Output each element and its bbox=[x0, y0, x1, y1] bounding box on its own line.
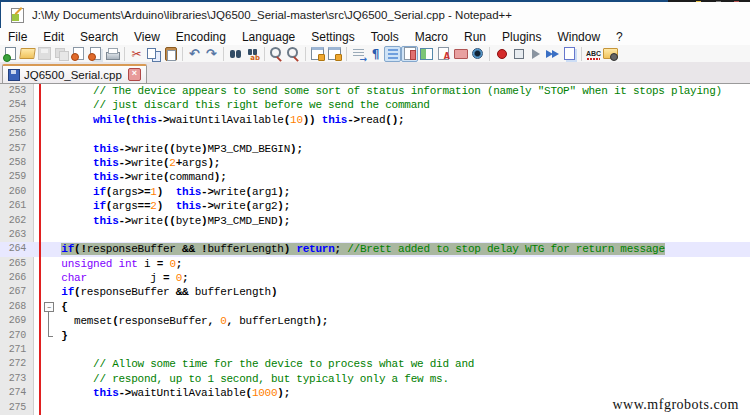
redo-icon[interactable] bbox=[203, 46, 220, 62]
code-text: // The device appears to send some sort … bbox=[55, 84, 750, 98]
line-number[interactable]: 255 bbox=[0, 113, 34, 127]
line-number[interactable]: 259 bbox=[0, 170, 34, 184]
paste-icon[interactable] bbox=[162, 46, 179, 62]
code-token: write bbox=[214, 186, 246, 198]
run-macro-multiple-icon[interactable] bbox=[544, 46, 561, 62]
menu-macro[interactable]: Macro bbox=[407, 29, 456, 45]
show-all-characters-icon[interactable] bbox=[367, 46, 384, 62]
code-token: ; bbox=[182, 272, 188, 284]
sync-vertical-scroll-icon[interactable] bbox=[309, 46, 326, 62]
code-line: 269 memset(responseBuffer, 0, bufferLeng… bbox=[0, 314, 750, 328]
folder-as-workspace-icon[interactable] bbox=[452, 46, 469, 62]
define-language-icon[interactable] bbox=[435, 46, 452, 62]
menu-file[interactable]: File bbox=[0, 29, 35, 45]
play-macro-icon[interactable] bbox=[527, 46, 544, 62]
line-number[interactable]: 253 bbox=[0, 84, 34, 98]
close-file-icon[interactable] bbox=[70, 46, 87, 62]
editor[interactable]: 253 // The device appears to send some s… bbox=[0, 84, 750, 415]
monitor-eye-icon[interactable] bbox=[469, 46, 486, 62]
sync-horizontal-scroll-icon[interactable] bbox=[326, 46, 343, 62]
replace-icon[interactable] bbox=[244, 46, 261, 62]
spell-check-icon[interactable] bbox=[585, 46, 602, 62]
code-text: unsigned int i = 0; bbox=[55, 257, 750, 271]
cut-icon[interactable] bbox=[128, 46, 145, 62]
line-number[interactable]: 265 bbox=[0, 257, 34, 271]
code-token: arg1 bbox=[252, 186, 277, 198]
zoom-out-icon[interactable] bbox=[285, 46, 302, 62]
code-token: if bbox=[61, 286, 74, 298]
save-macro-icon[interactable] bbox=[561, 46, 578, 62]
menu-tools[interactable]: Tools bbox=[363, 29, 407, 45]
line-number[interactable]: 254 bbox=[0, 98, 34, 112]
menu-plugins[interactable]: Plugins bbox=[494, 29, 549, 45]
undo-icon[interactable] bbox=[186, 46, 203, 62]
code-token: responseBuffer bbox=[80, 286, 175, 298]
line-number[interactable]: 262 bbox=[0, 214, 34, 228]
line-number[interactable]: 264 bbox=[0, 242, 34, 256]
stop-macro-icon[interactable] bbox=[510, 46, 527, 62]
code-token: } bbox=[61, 330, 67, 342]
new-file-icon[interactable] bbox=[2, 46, 19, 62]
line-number[interactable]: 269 bbox=[0, 314, 34, 328]
line-number[interactable]: 271 bbox=[0, 343, 34, 357]
code-token: this bbox=[93, 171, 118, 183]
toolbar-separator bbox=[223, 47, 224, 61]
menu-encoding[interactable]: Encoding bbox=[168, 29, 234, 45]
copy-icon[interactable] bbox=[145, 46, 162, 62]
code-token: 1000 bbox=[252, 387, 277, 399]
toolbar-separator bbox=[346, 47, 347, 61]
tab-jq6500-serial-cpp[interactable]: JQ6500_Serial.cpp × bbox=[2, 64, 147, 83]
menu-window[interactable]: Window bbox=[549, 29, 608, 45]
code-text: this->write(command); bbox=[55, 170, 750, 184]
function-list-icon[interactable] bbox=[418, 46, 435, 62]
show-indent-guide-icon[interactable] bbox=[384, 46, 401, 62]
code-token: bufferLength bbox=[207, 243, 283, 255]
line-number[interactable]: 260 bbox=[0, 185, 34, 199]
fold-collapse-icon[interactable]: – bbox=[44, 302, 54, 312]
record-macro-icon[interactable] bbox=[493, 46, 510, 62]
line-number[interactable]: 267 bbox=[0, 285, 34, 299]
menu-settings[interactable]: Settings bbox=[303, 29, 362, 45]
line-number[interactable]: 256 bbox=[0, 127, 34, 141]
code-token: ; bbox=[176, 258, 182, 270]
zoom-in-icon[interactable] bbox=[268, 46, 285, 62]
line-number[interactable]: 272 bbox=[0, 357, 34, 371]
line-number[interactable]: 261 bbox=[0, 199, 34, 213]
save-all-icon[interactable] bbox=[53, 46, 70, 62]
print-icon[interactable] bbox=[104, 46, 121, 62]
menu-help[interactable]: ? bbox=[608, 29, 631, 45]
code-token: this bbox=[131, 114, 156, 126]
tab-close-icon[interactable]: × bbox=[128, 68, 141, 81]
word-wrap-icon[interactable] bbox=[350, 46, 367, 62]
line-number[interactable]: 263 bbox=[0, 228, 34, 242]
menu-language[interactable]: Language bbox=[234, 29, 303, 45]
code-token: ); bbox=[214, 171, 227, 183]
line-number[interactable]: 257 bbox=[0, 142, 34, 156]
close-all-icon[interactable] bbox=[87, 46, 104, 62]
line-number[interactable]: 274 bbox=[0, 386, 34, 400]
line-number[interactable]: 258 bbox=[0, 156, 34, 170]
code-token: -> bbox=[119, 387, 132, 399]
save-file-icon[interactable] bbox=[36, 46, 53, 62]
line-number[interactable]: 266 bbox=[0, 271, 34, 285]
menu-search[interactable]: Search bbox=[72, 29, 126, 45]
open-file-icon[interactable] bbox=[19, 46, 36, 62]
menu-edit[interactable]: Edit bbox=[35, 29, 72, 45]
find-icon[interactable] bbox=[227, 46, 244, 62]
fold-margin bbox=[34, 127, 55, 141]
window-title: J:\My Documents\Arduino\libraries\JQ6500… bbox=[32, 9, 512, 21]
document-monitor-icon[interactable] bbox=[602, 46, 619, 62]
line-number[interactable]: 275 bbox=[0, 401, 34, 415]
toolbar-separator bbox=[489, 47, 490, 61]
doc-map-icon[interactable] bbox=[401, 46, 418, 62]
menu-run[interactable]: Run bbox=[456, 29, 494, 45]
fold-margin bbox=[34, 214, 55, 228]
code-token bbox=[55, 373, 93, 385]
code-text: if(!responseBuffer && !bufferLength) ret… bbox=[55, 242, 750, 256]
line-number[interactable]: 268 bbox=[0, 300, 34, 314]
code-token bbox=[163, 200, 176, 212]
line-number[interactable]: 270 bbox=[0, 329, 34, 343]
menu-view[interactable]: View bbox=[126, 29, 168, 45]
saved-file-icon bbox=[8, 69, 20, 81]
line-number[interactable]: 273 bbox=[0, 372, 34, 386]
